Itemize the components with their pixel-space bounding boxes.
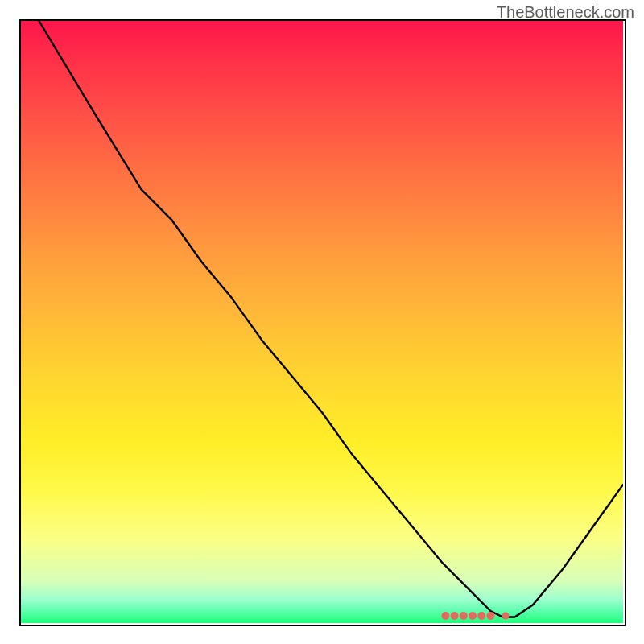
optimal-marker bbox=[502, 613, 510, 620]
optimal-marker bbox=[451, 612, 459, 620]
optimal-marker bbox=[460, 612, 468, 620]
watermark-text: TheBottleneck.com bbox=[497, 3, 634, 22]
optimal-marker bbox=[441, 612, 449, 620]
marker-layer bbox=[21, 21, 623, 623]
optimal-range-markers bbox=[441, 612, 509, 620]
plot-area bbox=[21, 21, 623, 623]
optimal-marker bbox=[486, 612, 494, 620]
optimal-marker bbox=[469, 612, 477, 620]
optimal-marker bbox=[477, 612, 485, 620]
